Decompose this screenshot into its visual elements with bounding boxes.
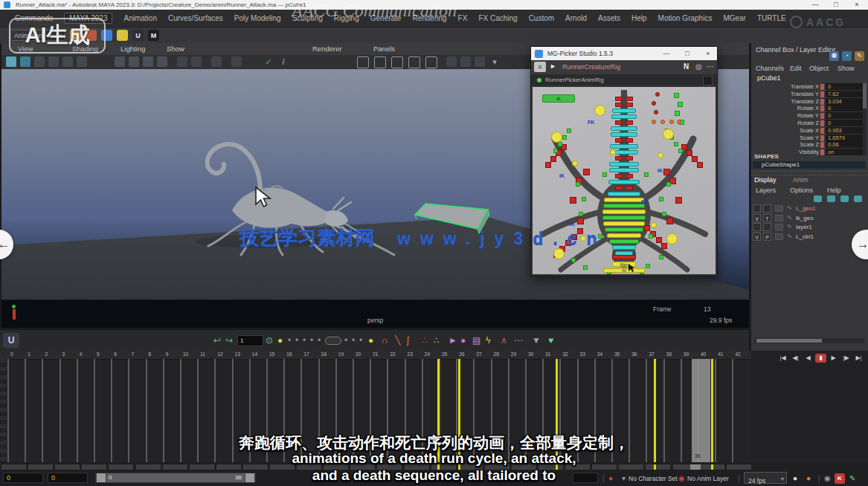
- green-ctrl-17[interactable]: [583, 265, 588, 270]
- minimize-button[interactable]: —: [807, 0, 823, 10]
- mini-dot-5[interactable]: •: [318, 335, 321, 346]
- green-ctrl-22[interactable]: [602, 172, 607, 177]
- ikfk-label-1[interactable]: IK: [559, 173, 565, 178]
- spine-ctrl-3[interactable]: [611, 114, 637, 119]
- spine-ctrl-l-0[interactable]: [615, 97, 623, 101]
- layer-name[interactable]: layer1: [796, 224, 812, 230]
- option-ctrl-2[interactable]: [675, 111, 680, 116]
- s-curve-icon[interactable]: ʃ: [407, 335, 409, 346]
- pivot-ctrl-2[interactable]: [663, 129, 674, 140]
- green-ctrl-2[interactable]: [558, 142, 562, 146]
- layer-row-layer1[interactable]: ∿layer1: [753, 223, 867, 232]
- lasso-tool-icon[interactable]: [20, 56, 30, 67]
- spine-ctrl-18[interactable]: [603, 204, 645, 208]
- side-ctrl-4[interactable]: [577, 218, 584, 224]
- layer-color-swatch[interactable]: [775, 205, 783, 212]
- play-button[interactable]: ▶: [828, 354, 839, 363]
- red-dot-ctrl-2[interactable]: [654, 110, 658, 114]
- linear-slope-icon[interactable]: ╲: [395, 335, 400, 346]
- construction-icon[interactable]: [191, 56, 202, 67]
- side-ctrl-2[interactable]: [570, 197, 576, 204]
- green-ctrl-0[interactable]: [567, 129, 571, 133]
- shaded-icon[interactable]: [460, 56, 471, 67]
- picker-target-icon[interactable]: ◎: [695, 62, 702, 71]
- orange-dot-ctrl-3[interactable]: [677, 120, 681, 124]
- orange-dot-ctrl-2[interactable]: [669, 120, 674, 124]
- symmetry-icon[interactable]: [211, 56, 222, 67]
- go-end-button[interactable]: ▶|: [853, 354, 864, 363]
- pivot-ctrl-1[interactable]: [551, 132, 562, 143]
- menu-poly-modeling[interactable]: Poly Modeling: [234, 14, 281, 22]
- undo-icon[interactable]: ↩: [213, 335, 221, 346]
- layer-color-swatch[interactable]: [775, 233, 783, 240]
- mini-dot-4[interactable]: •: [310, 335, 313, 346]
- layer-row-l-ctrl1[interactable]: VP∿L_ctrl1: [753, 233, 867, 242]
- mini-dot-1[interactable]: •: [288, 335, 291, 346]
- menu-curves-surfaces[interactable]: Curves/Surfaces: [168, 14, 223, 22]
- panel-menu-show[interactable]: Show: [167, 45, 184, 53]
- layer-new-icon[interactable]: [814, 195, 822, 202]
- mini-dot-2[interactable]: •: [295, 335, 298, 346]
- channel-value-field[interactable]: on: [826, 149, 865, 155]
- layer-color-swatch[interactable]: [775, 215, 783, 221]
- layer-row-ik-geo[interactable]: VT∿ik_geo: [753, 214, 867, 223]
- mini-dot-3[interactable]: •: [303, 335, 306, 346]
- rotate-tool-icon[interactable]: [62, 56, 73, 67]
- side-ctrl-3[interactable]: [675, 197, 682, 204]
- green-ctrl-8[interactable]: [576, 182, 580, 187]
- spine-ctrl-5[interactable]: [611, 126, 637, 131]
- next-key-button[interactable]: |▶: [840, 354, 852, 363]
- panel-splitter[interactable]: [751, 171, 868, 175]
- channel-value-field[interactable]: 0: [826, 112, 865, 119]
- pencil-icon[interactable]: ✎: [855, 51, 864, 61]
- green-ctrl-12[interactable]: [659, 197, 663, 201]
- spine-ctrl-l-15[interactable]: [615, 186, 623, 190]
- layer-visibility-toggle[interactable]: V: [753, 214, 761, 222]
- snap-curve-icon[interactable]: [129, 56, 139, 67]
- spine-ctrl-11[interactable]: [609, 162, 639, 166]
- red-dot-ctrl-1[interactable]: [652, 101, 656, 106]
- peak-icon[interactable]: ∧: [501, 335, 507, 346]
- spine-ctrl-6[interactable]: [611, 132, 637, 137]
- layer-new-selected-icon[interactable]: [827, 195, 835, 202]
- red-dot-ctrl-0[interactable]: [655, 92, 660, 97]
- spine-ctrl-r-7[interactable]: [626, 138, 633, 143]
- leg-ctrl-7[interactable]: [656, 237, 662, 243]
- picker-title-bar[interactable]: MG-Picker Studio 1.5.3 — □ ×: [531, 47, 717, 60]
- menu-fx-caching[interactable]: FX Caching: [478, 14, 517, 22]
- stop-button[interactable]: ▮: [815, 354, 826, 363]
- green-ctrl-16[interactable]: [571, 258, 576, 262]
- channel-menu-object[interactable]: Object: [809, 65, 829, 72]
- sphere-display-icon[interactable]: ◔: [842, 51, 852, 61]
- spine-ctrl-l-1[interactable]: [615, 103, 623, 107]
- green-ctrl-13[interactable]: [662, 212, 666, 216]
- close-button[interactable]: ×: [849, 0, 865, 10]
- spine-ctrl-r-13[interactable]: [626, 174, 633, 178]
- snap-point-icon[interactable]: [143, 56, 153, 67]
- menu-motion-graphics[interactable]: Motion Graphics: [658, 14, 713, 22]
- channel-value-field[interactable]: 0: [826, 83, 865, 90]
- snap-plane-icon[interactable]: [157, 56, 167, 67]
- green-ctrl-3[interactable]: [553, 149, 558, 153]
- spine-ctrl-14[interactable]: [608, 180, 640, 184]
- grid-toggle-icon[interactable]: [374, 56, 386, 68]
- prev-key-button[interactable]: ◀|: [790, 354, 801, 363]
- mini-dot-6[interactable]: •: [344, 335, 347, 346]
- spine-ctrl-25[interactable]: [612, 245, 636, 250]
- panel-menu-renderer[interactable]: Renderer: [312, 45, 342, 53]
- menu-turtle[interactable]: TURTLE: [757, 14, 786, 22]
- side-ctrl-6[interactable]: [583, 169, 590, 175]
- green-ctrl-15[interactable]: [649, 234, 653, 239]
- green-ctrl-11[interactable]: [666, 182, 671, 187]
- channel-value-field[interactable]: 0: [826, 120, 865, 126]
- ease-hump-icon[interactable]: ∩: [382, 335, 388, 346]
- textured-icon[interactable]: [475, 56, 485, 67]
- layer-playback-toggle[interactable]: [763, 223, 771, 231]
- channel-menu-edit[interactable]: Edit: [790, 65, 802, 72]
- snap-grid-icon[interactable]: [115, 56, 125, 67]
- leg-ctrl-8[interactable]: [661, 243, 667, 249]
- go-start-button[interactable]: |◀: [777, 354, 788, 363]
- u-plugin-icon[interactable]: U: [3, 333, 19, 348]
- channel-value-field[interactable]: 3.034: [826, 98, 865, 105]
- spine-ctrl-l-4[interactable]: [615, 120, 623, 125]
